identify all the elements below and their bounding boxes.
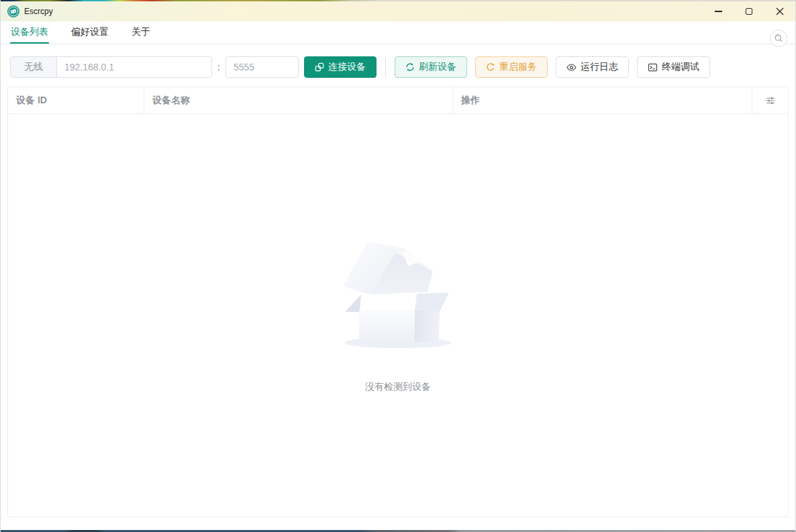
tabs: 设备列表 偏好设置 关于 (1, 21, 172, 44)
minimize-icon (715, 11, 722, 11)
wireless-mode-label: 无线 (11, 57, 57, 77)
escrcpy-window: Escrcpy 设备列表 偏好设置 关于 (0, 0, 796, 532)
table-body: 没有检测到设备 (8, 114, 788, 517)
terminal-debug-button[interactable]: 终端调试 (637, 56, 710, 78)
run-logs-button[interactable]: 运行日志 (556, 56, 629, 78)
window-controls (703, 1, 795, 21)
window-title: Escrcpy (24, 7, 53, 16)
tab-preferences[interactable]: 偏好设置 (70, 21, 109, 44)
wireless-address-group: 无线 (10, 56, 212, 78)
refresh-arrows-icon (405, 62, 415, 72)
port-separator: : (217, 62, 220, 72)
empty-state: 没有检测到设备 (343, 238, 453, 393)
device-table: 设备 ID 设备名称 操作 (7, 87, 789, 517)
refresh-devices-button[interactable]: 刷新设备 (395, 56, 467, 78)
device-list-panel: 无线 : 连接设备 (1, 44, 795, 530)
maximize-button[interactable] (734, 1, 764, 21)
empty-state-description: 没有检测到设备 (365, 381, 431, 393)
sliders-icon (765, 95, 776, 106)
titlebar: Escrcpy (1, 1, 795, 21)
toolbar-divider (385, 58, 386, 77)
restart-service-button[interactable]: 重启服务 (475, 56, 548, 78)
connect-device-button[interactable]: 连接设备 (304, 56, 377, 78)
close-button[interactable] (764, 1, 795, 21)
toolbar-actions: 刷新设备 重启服务 运行日志 (395, 56, 710, 78)
tab-bar: 设备列表 偏好设置 关于 (1, 21, 795, 44)
tab-device-list[interactable]: 设备列表 (10, 21, 49, 44)
maximize-icon (746, 8, 752, 15)
column-settings-button[interactable] (752, 87, 788, 113)
refresh-right-icon (486, 62, 495, 72)
search-icon (774, 34, 783, 43)
toolbar: 无线 : 连接设备 (1, 44, 795, 78)
tab-about[interactable]: 关于 (131, 21, 151, 44)
link-icon (315, 62, 324, 72)
ip-input[interactable] (57, 57, 211, 77)
terminal-window-icon (648, 62, 658, 72)
empty-box-illustration (343, 238, 453, 349)
eye-icon (566, 62, 577, 72)
column-header-device-name: 设备名称 (144, 87, 453, 113)
table-header: 设备 ID 设备名称 操作 (8, 87, 788, 114)
column-header-actions: 操作 (453, 87, 752, 113)
port-input[interactable] (226, 56, 299, 78)
app-logo-icon (7, 5, 19, 17)
column-header-device-id: 设备 ID (8, 87, 144, 113)
close-icon (776, 7, 784, 15)
minimize-button[interactable] (703, 1, 734, 21)
